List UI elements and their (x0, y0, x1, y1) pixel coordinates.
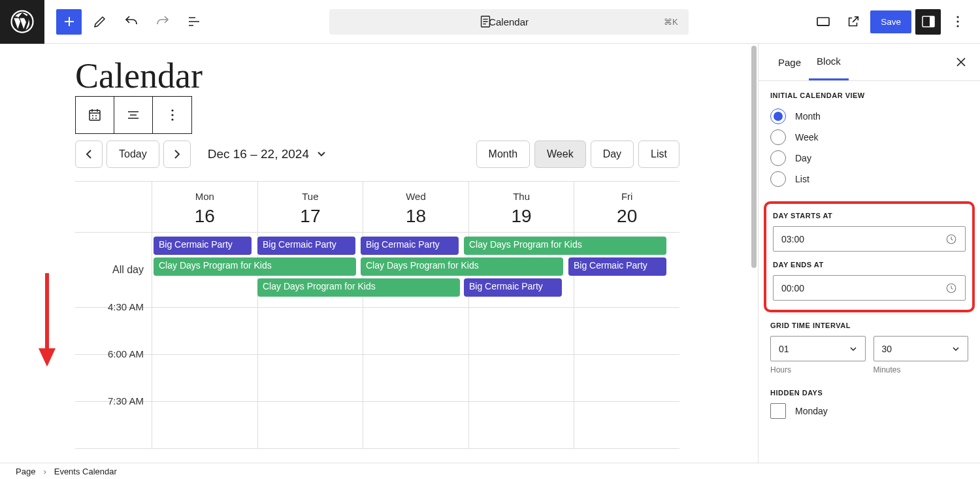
editor-canvas: Calendar Today (0, 44, 758, 463)
day-starts-input[interactable]: 03:00 (773, 226, 966, 252)
day-starts-label: DAY STARTS AT (773, 212, 966, 220)
event-item[interactable]: Clay Days Program for Kids (464, 237, 666, 255)
block-options-button[interactable] (153, 97, 191, 133)
event-item[interactable]: Clay Days Program for Kids (154, 257, 356, 276)
hours-sublabel: Hours (770, 365, 866, 374)
day-header: Wed18 (363, 182, 468, 232)
today-button[interactable]: Today (106, 140, 159, 168)
prev-button[interactable] (75, 140, 103, 168)
annotation-arrow (34, 270, 60, 368)
settings-sidebar-toggle[interactable] (915, 9, 941, 35)
hidden-days-label: HIDDEN DAYS (770, 389, 968, 397)
block-toolbar (75, 96, 192, 134)
view-button[interactable] (810, 8, 836, 35)
save-button[interactable]: Save (870, 10, 911, 33)
svg-point-11 (171, 109, 173, 111)
day-ends-input[interactable]: 00:00 (773, 275, 966, 301)
svg-marker-9 (39, 348, 56, 367)
chevron-down-icon (849, 346, 857, 352)
breadcrumb-page[interactable]: Page (16, 467, 35, 476)
event-item[interactable]: Big Cermaic Party (464, 278, 562, 297)
calendar-grid: Mon16 Tue17 Wed18 Thu19 Fri20 All day Bi… (75, 181, 679, 449)
day-header: Thu19 (468, 182, 574, 232)
svg-point-6 (956, 20, 958, 22)
next-button[interactable] (163, 140, 191, 168)
radio-month[interactable]: Month (770, 106, 968, 127)
chevron-down-icon (952, 346, 960, 352)
svg-rect-10 (90, 110, 100, 120)
svg-rect-4 (930, 16, 934, 27)
view-day-tab[interactable]: Day (591, 140, 634, 168)
settings-sidebar: Page Block INITIAL CALENDAR VIEW Month W… (758, 44, 980, 463)
interval-minutes-select[interactable]: 30 (874, 336, 969, 361)
add-block-button[interactable] (56, 9, 82, 35)
day-ends-label: DAY ENDS AT (773, 261, 966, 269)
time-label: 7:30 AM (75, 395, 152, 442)
undo-button[interactable] (118, 8, 144, 35)
tab-page[interactable]: Page (770, 45, 809, 80)
keyboard-hint: ⌘K (664, 17, 678, 27)
all-day-label: All day (75, 233, 152, 307)
radio-week[interactable]: Week (770, 127, 968, 148)
edit-icon[interactable] (87, 8, 113, 35)
event-item[interactable]: Big Cermaic Party (154, 237, 252, 255)
page-icon (478, 14, 493, 29)
time-label: 6:00 AM (75, 348, 152, 395)
align-button[interactable] (114, 97, 153, 133)
document-overview-button[interactable] (181, 8, 207, 35)
view-list-tab[interactable]: List (638, 140, 679, 168)
radio-day[interactable]: Day (770, 148, 968, 169)
event-item[interactable]: Big Cermaic Party (257, 237, 355, 255)
event-item[interactable]: Big Cermaic Party (361, 237, 459, 255)
interval-hours-select[interactable]: 01 (770, 336, 866, 361)
date-range[interactable]: Dec 16 – 22, 2024 (208, 147, 326, 161)
wordpress-logo[interactable] (0, 0, 44, 44)
view-month-tab[interactable]: Month (476, 140, 530, 168)
close-sidebar-button[interactable] (949, 50, 973, 74)
initial-view-radio-group: Month Week Day List (770, 106, 968, 190)
chevron-down-icon (317, 151, 326, 157)
section-initial-view-label: INITIAL CALENDAR VIEW (770, 91, 968, 99)
radio-list[interactable]: List (770, 169, 968, 190)
tab-block[interactable]: Block (809, 44, 849, 80)
top-toolbar: Calendar ⌘K Save (0, 0, 980, 44)
document-title: Calendar (489, 16, 529, 27)
highlighted-settings-box: DAY STARTS AT 03:00 DAY ENDS AT 00:00 (764, 201, 975, 312)
document-title-bar[interactable]: Calendar ⌘K (329, 9, 689, 35)
clock-icon (945, 282, 957, 294)
page-title[interactable]: Calendar (75, 56, 679, 96)
svg-point-7 (956, 25, 958, 27)
clock-icon (945, 233, 957, 245)
svg-point-13 (171, 118, 173, 120)
hidden-day-monday-checkbox[interactable]: Monday (770, 403, 968, 419)
svg-rect-2 (817, 18, 829, 25)
day-header: Tue17 (257, 182, 363, 232)
event-item[interactable]: Clay Days Program for Kids (257, 278, 460, 297)
breadcrumb-footer: Page › Events Calendar (0, 463, 980, 479)
breadcrumb-separator: › (43, 467, 46, 476)
time-label: 4:30 AM (75, 301, 152, 348)
calendar-controls: Today Dec 16 – 22, 2024 Month Week Day L… (75, 140, 679, 168)
more-options-button[interactable] (945, 8, 971, 35)
breadcrumb-events-calendar[interactable]: Events Calendar (54, 467, 117, 476)
scrollbar-thumb[interactable] (751, 46, 757, 268)
block-icon-calendar[interactable] (76, 97, 114, 133)
event-item[interactable]: Big Cermaic Party (568, 257, 666, 276)
minutes-sublabel: Minutes (874, 365, 969, 374)
day-header: Mon16 (152, 182, 257, 232)
day-header: Fri20 (574, 182, 679, 232)
external-link-icon[interactable] (840, 8, 866, 35)
grid-interval-label: GRID TIME INTERVAL (770, 322, 968, 329)
view-week-tab[interactable]: Week (534, 140, 586, 168)
event-item[interactable]: Clay Days Program for Kids (361, 257, 563, 276)
redo-button[interactable] (150, 8, 176, 35)
svg-point-5 (956, 16, 958, 18)
svg-point-12 (171, 114, 173, 116)
